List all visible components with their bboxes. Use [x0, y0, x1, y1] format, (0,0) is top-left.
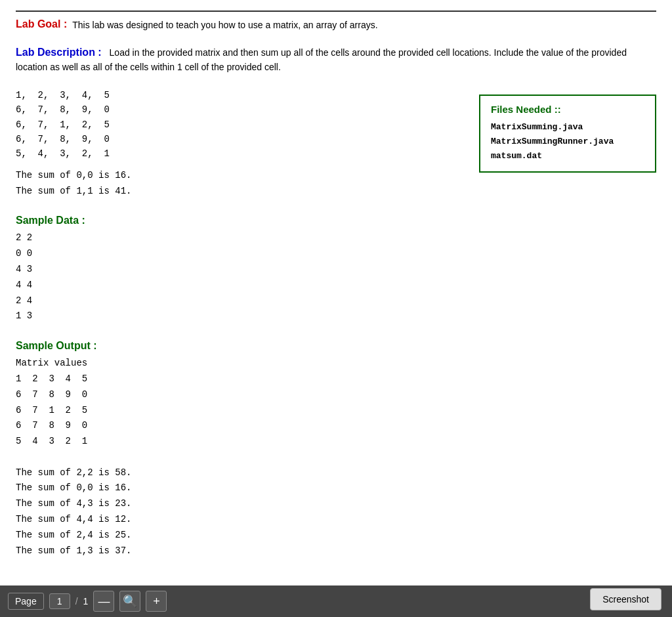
page-separator: / [75, 596, 78, 606]
files-box-title: Files Needed :: [491, 104, 644, 115]
sample-output-code: Matrix values 1 2 3 4 5 6 7 8 9 0 6 7 1 … [16, 356, 656, 559]
lab-goal-text: This lab was designed to teach you how t… [72, 18, 377, 32]
main-content: Lab Goal : This lab was designed to teac… [0, 0, 672, 617]
page-number-input[interactable] [49, 593, 70, 609]
lab-description-text: Load in the provided matrix and then sum… [16, 47, 627, 72]
zoom-plus-icon: + [153, 595, 160, 608]
page-label: Page [8, 593, 44, 610]
bottom-toolbar: Page / 1 — 🔍 + [0, 585, 672, 617]
files-box-content: MatrixSumming.java MatrixSummingRunner.j… [491, 120, 644, 163]
zoom-minus-icon: — [98, 595, 110, 608]
content-area: 1, 2, 3, 4, 5 6, 7, 8, 9, 0 6, 7, 1, 2, … [16, 88, 656, 200]
screenshot-button[interactable]: Screenshot [590, 588, 662, 610]
sample-output-title: Sample Output : [16, 340, 656, 352]
zoom-plus-button[interactable]: + [146, 591, 167, 612]
sum-output: The sum of 0,0 is 16. The sum of 1,1 is … [16, 168, 466, 200]
zoom-minus-button[interactable]: — [93, 591, 114, 612]
files-box: Files Needed :: MatrixSumming.java Matri… [479, 95, 656, 173]
matrix-section: 1, 2, 3, 4, 5 6, 7, 8, 9, 0 6, 7, 1, 2, … [16, 88, 466, 200]
sample-data-code: 2 2 0 0 4 3 4 4 2 4 1 3 [16, 230, 656, 324]
lab-goal-label: Lab Goal : [16, 18, 67, 30]
sample-output-section: Sample Output : Matrix values 1 2 3 4 5 … [16, 340, 656, 559]
search-icon: 🔍 [123, 594, 137, 608]
sample-data-title: Sample Data : [16, 215, 656, 226]
zoom-search-button[interactable]: 🔍 [119, 591, 140, 612]
matrix-code: 1, 2, 3, 4, 5 6, 7, 8, 9, 0 6, 7, 1, 2, … [16, 88, 466, 161]
lab-goal-section: Lab Goal : This lab was designed to teac… [16, 11, 656, 32]
sample-data-section: Sample Data : 2 2 0 0 4 3 4 4 2 4 1 3 [16, 215, 656, 324]
page-total: 1 [83, 596, 89, 606]
lab-description-label: Lab Description : [16, 47, 102, 58]
lab-description-section: Lab Description : Load in the provided m… [16, 45, 656, 75]
